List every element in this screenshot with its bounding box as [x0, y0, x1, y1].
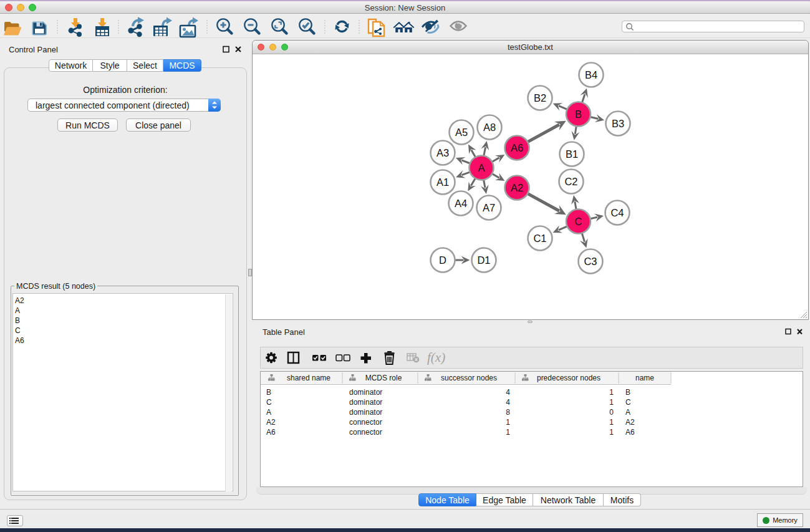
svg-text:1: 1: [609, 418, 614, 427]
svg-text:A6: A6: [625, 428, 635, 437]
svg-text:dominator: dominator: [349, 388, 382, 397]
svg-text:4: 4: [506, 388, 510, 397]
svg-text:1: 1: [609, 428, 614, 437]
svg-text:1: 1: [609, 398, 614, 407]
svg-text:dominator: dominator: [349, 408, 382, 417]
svg-text:8: 8: [506, 408, 510, 417]
svg-text:A2: A2: [511, 182, 523, 193]
svg-text:dominator: dominator: [349, 398, 382, 407]
svg-text:1: 1: [506, 418, 510, 427]
svg-text:name: name: [635, 374, 654, 382]
svg-text:C: C: [266, 398, 272, 407]
svg-text:A1: A1: [436, 177, 449, 188]
svg-text:A8: A8: [483, 122, 496, 133]
svg-text:0: 0: [609, 408, 614, 417]
svg-text:A5: A5: [455, 127, 468, 138]
svg-text:successor nodes: successor nodes: [441, 374, 497, 382]
svg-text:D1: D1: [477, 254, 490, 266]
svg-text:predecessor nodes: predecessor nodes: [537, 374, 600, 382]
svg-text:C1: C1: [533, 233, 546, 244]
svg-text:B3: B3: [612, 118, 624, 129]
svg-text:B: B: [575, 109, 582, 120]
svg-text:A6: A6: [511, 142, 523, 153]
svg-text:1: 1: [506, 428, 510, 437]
svg-text:B: B: [266, 388, 271, 397]
svg-text:connector: connector: [349, 418, 382, 427]
svg-text:4: 4: [506, 398, 510, 407]
svg-text:A3: A3: [436, 147, 449, 158]
svg-text:A4: A4: [455, 198, 467, 209]
svg-text:B1: B1: [566, 148, 578, 160]
svg-text:f(x): f(x): [427, 350, 445, 365]
svg-text:B4: B4: [585, 69, 597, 80]
svg-text:B2: B2: [534, 92, 546, 104]
svg-text:connector: connector: [349, 428, 382, 437]
svg-text:1: 1: [609, 388, 614, 397]
svg-text:A: A: [266, 408, 271, 417]
svg-text:A6: A6: [266, 428, 276, 437]
svg-text:A: A: [625, 408, 630, 417]
svg-text:A2: A2: [625, 418, 635, 427]
svg-text:A2: A2: [266, 418, 276, 427]
svg-text:A7: A7: [483, 202, 495, 213]
svg-text:C: C: [625, 398, 631, 407]
svg-text:MCDS role: MCDS role: [365, 374, 402, 382]
svg-text:shared name: shared name: [287, 374, 330, 382]
svg-text:C: C: [575, 216, 582, 227]
svg-text:A: A: [478, 162, 485, 173]
svg-text:D: D: [439, 254, 446, 266]
svg-text:C4: C4: [610, 207, 624, 218]
svg-text:C3: C3: [584, 256, 597, 267]
svg-text:B: B: [625, 388, 630, 397]
svg-text:C2: C2: [564, 176, 577, 187]
